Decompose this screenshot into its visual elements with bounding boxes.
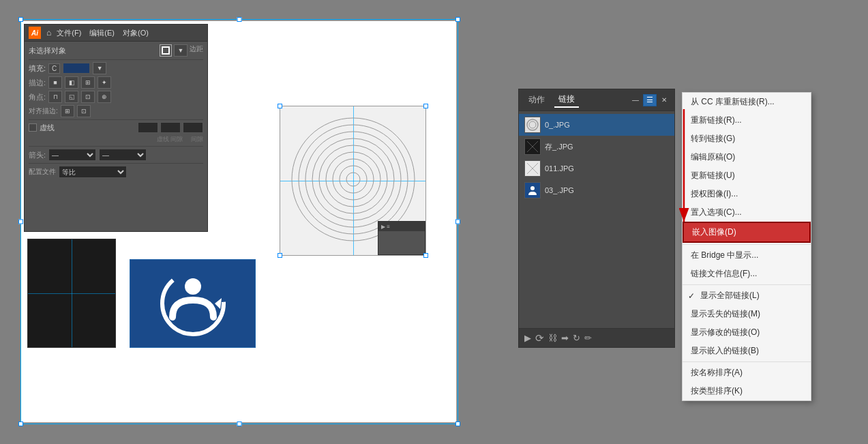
- circle-handle-tl[interactable]: [278, 104, 282, 108]
- align-icon1[interactable]: ⊞: [61, 105, 74, 117]
- svg-marker-11: [215, 298, 222, 309]
- circle-handle-br[interactable]: [423, 253, 428, 258]
- links-panel-header: 动作 链接 — ☰ ✕: [519, 89, 674, 111]
- svg-point-13: [529, 121, 536, 128]
- links-link-icon[interactable]: ⛓: [548, 333, 557, 343]
- links-panel: 动作 链接 — ☰ ✕ 0_.JPG 存_.JPG 011.JPG: [518, 89, 675, 348]
- corner-icon4[interactable]: ⊕: [98, 91, 111, 103]
- fill-label: 填充:: [29, 63, 46, 74]
- svg-point-1: [299, 125, 408, 234]
- svg-point-4: [319, 145, 387, 213]
- stroke-icon3[interactable]: ⊞: [81, 76, 95, 89]
- context-menu-item-embed[interactable]: 嵌入图像(D): [683, 222, 811, 243]
- panel-minimize-btn[interactable]: —: [631, 95, 640, 105]
- ai-menu-file[interactable]: 文件(F): [57, 28, 81, 38]
- dash-input-2[interactable]: [160, 122, 181, 133]
- corner-label: 角点:: [29, 92, 46, 102]
- dashed-checkbox[interactable]: [29, 123, 37, 132]
- context-menu-item-paste[interactable]: 置入选项(C)...: [683, 203, 811, 222]
- links-relink-icon[interactable]: ⟳: [535, 332, 544, 344]
- config-select[interactable]: 等比: [59, 166, 127, 178]
- links-item-2[interactable]: 存_.JPG: [519, 136, 674, 158]
- links-item-4[interactable]: 03_.JPG: [519, 179, 674, 201]
- svg-point-20: [530, 186, 535, 190]
- dash-input-3[interactable]: [183, 122, 203, 133]
- context-menu-item-sort-type[interactable]: 按类型排序(K): [683, 382, 811, 400]
- menu-divider-3: [683, 361, 811, 362]
- context-menu-item-show-bridge[interactable]: 在 Bridge 中显示...: [683, 246, 811, 265]
- links-edit-icon[interactable]: ✏: [584, 333, 592, 343]
- dashed-label: 虚线: [40, 123, 55, 133]
- tab-actions[interactable]: 动作: [524, 93, 549, 107]
- context-menu-item-show-modified[interactable]: 显示修改的链接(O): [683, 323, 811, 342]
- links-goto-icon[interactable]: ➡: [561, 333, 569, 343]
- fill-color-c: C: [48, 63, 60, 74]
- stroke-icon4[interactable]: ✦: [98, 76, 111, 89]
- ai-properties-panel: Ai ⌂ 文件(F) 编辑(E) 对象(O) 未选择对象 ▼ 边距 填充: C: [24, 24, 208, 232]
- arrow-start-select[interactable]: —: [48, 149, 96, 161]
- stroke-color-box[interactable]: [160, 44, 172, 57]
- context-menu-item-update[interactable]: 更新链接(U): [683, 166, 811, 185]
- gap-col-label2: 间隙: [191, 135, 203, 144]
- links-thumb-4: [524, 182, 541, 198]
- context-menu-item-sort-name[interactable]: 按名称排序(A): [683, 364, 811, 382]
- links-name-4: 03_.JPG: [545, 186, 574, 194]
- context-menu-item-relink-cc[interactable]: 从 CC 库重新链接(R)...: [683, 93, 811, 111]
- corner-icon1[interactable]: ⊓: [48, 91, 62, 103]
- stroke-label: 描边:: [29, 78, 46, 88]
- logo-svg: [159, 269, 227, 338]
- dash-input-1[interactable]: [138, 122, 158, 133]
- context-menu-item-show-missing[interactable]: 显示丢失的链接(M): [683, 305, 811, 323]
- context-menu-item-goto[interactable]: 转到链接(G): [683, 130, 811, 148]
- ai-menu-items: 文件(F) 编辑(E) 对象(O): [57, 28, 149, 38]
- stroke-dropdown[interactable]: ▼: [174, 44, 188, 57]
- links-thumb-1: [524, 117, 541, 133]
- links-name-3: 011.JPG: [545, 164, 574, 173]
- context-menu-item-license[interactable]: 授权图像(I)...: [683, 185, 811, 203]
- context-menu-item-show-embedded[interactable]: 显示嵌入的链接(B): [683, 342, 811, 360]
- links-refresh-icon[interactable]: ↻: [573, 333, 580, 343]
- stroke-icon2[interactable]: ◧: [65, 76, 78, 89]
- links-item-3[interactable]: 011.JPG: [519, 158, 674, 179]
- links-name-1: 0_.JPG: [545, 121, 570, 129]
- svg-point-6: [333, 159, 374, 200]
- corner-icon2[interactable]: ◱: [65, 91, 78, 103]
- circle-inner-panel: ▶ ≡: [378, 221, 425, 255]
- links-item-1[interactable]: 0_.JPG: [519, 114, 674, 136]
- context-menu-item-show-all[interactable]: 显示全部链接(L): [683, 286, 811, 305]
- svg-point-7: [340, 166, 367, 193]
- links-thumb-3: [524, 160, 541, 177]
- arrow-end-select[interactable]: —: [99, 149, 147, 161]
- panel-close-btn[interactable]: ✕: [659, 95, 669, 105]
- links-thumb-2: [524, 138, 541, 155]
- fill-dropdown[interactable]: ▼: [93, 62, 106, 74]
- svg-point-8: [346, 173, 360, 186]
- svg-point-12: [527, 119, 538, 130]
- svg-point-3: [312, 138, 394, 220]
- context-menu-item-edit-original[interactable]: 编辑原稿(O): [683, 148, 811, 166]
- tab-links[interactable]: 链接: [554, 92, 579, 108]
- svg-point-5: [326, 152, 380, 207]
- links-panel-footer: ▶ ⟳ ⛓ ➡ ↻ ✏: [519, 328, 674, 347]
- context-menu-item-relink[interactable]: 重新链接(R)...: [683, 111, 811, 130]
- ai-menu-object[interactable]: 对象(O): [123, 28, 149, 38]
- circle-handle-tr[interactable]: [423, 104, 428, 108]
- svg-point-9: [185, 278, 201, 295]
- links-play-icon: ▶: [524, 333, 531, 343]
- links-list: 0_.JPG 存_.JPG 011.JPG 03_.JPG: [519, 111, 674, 204]
- context-menu: 从 CC 库重新链接(R)... 重新链接(R)... 转到链接(G) 编辑原稿…: [682, 92, 811, 401]
- align-icon2[interactable]: ⊡: [77, 105, 91, 117]
- panel-menu-btn[interactable]: ☰: [643, 94, 657, 106]
- black-panel: [27, 239, 116, 348]
- svg-point-2: [305, 132, 401, 227]
- circle-handle-bl[interactable]: [278, 253, 282, 258]
- circle-image-container: ▶ ≡: [280, 106, 426, 256]
- stroke-icon1[interactable]: ■: [48, 76, 62, 89]
- ai-menu-edit[interactable]: 编辑(E): [89, 28, 115, 38]
- corner-icon3[interactable]: ⊡: [81, 91, 95, 103]
- context-menu-item-link-info[interactable]: 链接文件信息(F)...: [683, 265, 811, 283]
- menu-divider-1: [683, 244, 811, 245]
- fill-color-box-blue[interactable]: [63, 63, 90, 74]
- ai-panel-header: Ai ⌂ 文件(F) 编辑(E) 对象(O): [25, 25, 207, 42]
- ai-home-icon[interactable]: ⌂: [46, 28, 51, 38]
